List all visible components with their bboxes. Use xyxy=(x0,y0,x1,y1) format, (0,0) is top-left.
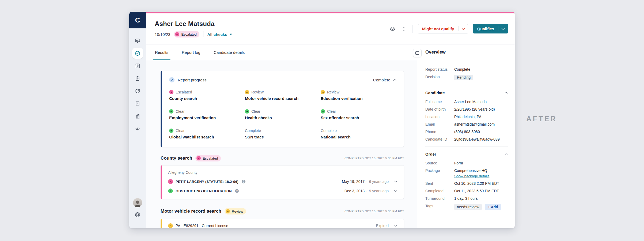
checks-filter-dropdown[interactable]: All checks xyxy=(207,32,232,37)
license-right: Expired xyxy=(376,224,397,228)
order-field-row: Completed Oct 11, 2023 5:59 PM EDT xyxy=(425,189,508,193)
receipt-icon xyxy=(135,101,141,107)
check-name: Education verification xyxy=(321,96,396,101)
decision-pending-badge: Pending xyxy=(454,75,473,80)
progress-item: Clear Employment verification xyxy=(169,109,245,120)
panel-divider xyxy=(425,85,508,85)
completed-timestamp: COMPLETED OCT 10, 2023 5:30 PM EDT xyxy=(344,210,404,213)
mvr-title-group: Motor vehicle record search Review xyxy=(161,208,246,214)
sidebar-item-continuous-checks[interactable] xyxy=(132,86,143,96)
tag-chip: needs-review xyxy=(454,204,482,210)
license-label: PA - E829291 - Current License xyxy=(176,224,228,228)
chevron-down-icon[interactable] xyxy=(459,24,468,33)
clear-icon xyxy=(169,129,173,133)
charge-row: OBSTRUCTING IDENTIFICATION ? Dec 3, 2013… xyxy=(168,189,397,193)
sidebar-item-account[interactable] xyxy=(132,111,143,122)
chevron-down-icon[interactable] xyxy=(498,24,508,33)
charge-label: OBSTRUCTING IDENTIFICATION xyxy=(176,189,232,193)
more-options-button[interactable] xyxy=(401,26,407,32)
logo-letter: C xyxy=(135,16,140,24)
field-label: Report status xyxy=(425,67,454,71)
tab-results[interactable]: Results xyxy=(154,44,169,60)
clear-icon xyxy=(169,109,173,114)
show-package-details-link[interactable]: Show package details xyxy=(454,174,489,178)
sidebar-item-dashboard[interactable] xyxy=(132,35,143,46)
sidebar-item-reports[interactable] xyxy=(132,48,143,59)
dashboard-icon xyxy=(135,38,141,44)
check-name: National search xyxy=(321,135,396,139)
expand-chevron-down-icon[interactable] xyxy=(394,180,397,183)
field-value: Asher Lee Matsuda xyxy=(454,100,487,104)
county-name: Allegheny County xyxy=(168,170,397,175)
results-scroll-area[interactable]: Report progress Complete xyxy=(146,60,417,228)
collapse-chevron-up-icon[interactable] xyxy=(505,153,508,155)
qualifies-button[interactable]: Qualifies xyxy=(473,24,508,33)
tab-report-log[interactable]: Report log xyxy=(181,44,201,60)
order-field-row: Package Comprehensive HQ Show package de… xyxy=(425,168,508,178)
field-value: Philadelphia, PA xyxy=(454,115,482,119)
review-icon xyxy=(168,223,173,228)
user-avatar[interactable] xyxy=(133,198,142,207)
report-progress-state: Complete xyxy=(373,78,390,82)
might-not-qualify-button[interactable]: Might not qualify xyxy=(418,24,468,33)
panel-divider xyxy=(425,215,508,215)
report-status-badge: Escalated xyxy=(174,31,199,37)
report-progress-card: Report progress Complete xyxy=(161,71,404,147)
app-logo[interactable]: C xyxy=(129,12,146,28)
collapse-chevron-up-icon[interactable] xyxy=(505,92,508,94)
avatar-silhouette-icon xyxy=(133,199,142,207)
order-field-row: Turnaround 1 day, 3 hours xyxy=(425,196,508,201)
sidebar-item-invoices[interactable] xyxy=(132,98,143,109)
tab-label: Candidate details xyxy=(214,50,245,55)
badge-label: Escalated xyxy=(203,156,218,160)
tags-group: needs-review + Add xyxy=(454,204,501,210)
kebab-menu-icon xyxy=(401,27,406,31)
candidate-field-row: Phone (303) 803-8080 xyxy=(425,130,508,134)
expand-chevron-down-icon[interactable] xyxy=(394,225,397,227)
overview-title: Overview xyxy=(417,44,515,60)
sidebar-item-candidates[interactable] xyxy=(132,61,143,71)
status-label: Escalated xyxy=(176,90,192,94)
question-icon[interactable]: ? xyxy=(235,189,239,193)
field-value: (303) 803-8080 xyxy=(454,130,480,134)
review-badge: Review xyxy=(225,208,246,214)
status-label: Review xyxy=(327,90,339,94)
add-tag-button[interactable]: + Add xyxy=(485,204,501,210)
section-title: Motor vehicle record search xyxy=(161,209,221,214)
triangle-down-icon xyxy=(229,33,232,35)
preview-eye-button[interactable] xyxy=(389,25,396,32)
check-name: Motor vehicle record search xyxy=(245,96,321,101)
charge-date: Dec 3, 2013 xyxy=(344,189,365,193)
field-label: Tags xyxy=(425,204,454,208)
status-label: Clear xyxy=(176,109,184,114)
body: Results Report log Candidate details xyxy=(146,44,515,228)
status-label: Complete xyxy=(245,129,261,133)
sidebar-item-developers[interactable] xyxy=(132,123,143,134)
status-label: Complete xyxy=(321,129,337,133)
overview-body: Report status Complete Decision Pending … xyxy=(417,60,515,221)
item-status: Review xyxy=(245,90,321,94)
expand-chevron-down-icon[interactable] xyxy=(394,190,397,192)
tab-candidate-details[interactable]: Candidate details xyxy=(213,44,245,60)
checks-filter-label: All checks xyxy=(207,32,227,37)
sidebar-nav xyxy=(132,35,143,134)
report-progress-state-group[interactable]: Complete xyxy=(373,78,396,82)
charge-row: PETIT LARCENY (STATUTE: 18.2-96) ? May 1… xyxy=(168,179,397,184)
sidebar-item-forms[interactable] xyxy=(132,73,143,84)
escalated-icon xyxy=(175,32,179,36)
field-value: ashermtsda@gmail.com xyxy=(454,122,495,126)
county-title-group: County search Escalated xyxy=(161,155,221,161)
panel-collapse-button[interactable] xyxy=(413,49,422,57)
package-value-group: Comprehensive HQ Show package details xyxy=(454,168,489,178)
progress-item: Clear Global watchlist search xyxy=(169,129,245,139)
question-icon[interactable]: ? xyxy=(242,180,245,183)
tab-label: Report log xyxy=(182,50,200,55)
panel-divider xyxy=(425,146,508,146)
field-label: Source xyxy=(425,161,454,165)
field-label: Completed xyxy=(425,189,454,193)
field-value: Oct 11, 2023 5:59 PM EDT xyxy=(454,189,499,193)
dot-separator: · xyxy=(366,179,368,184)
help-lifebuoy-icon[interactable] xyxy=(134,212,141,218)
report-header: Asher Lee Matsuda 10/10/23 Escalated All… xyxy=(146,13,515,44)
field-label: Decision xyxy=(425,75,454,79)
